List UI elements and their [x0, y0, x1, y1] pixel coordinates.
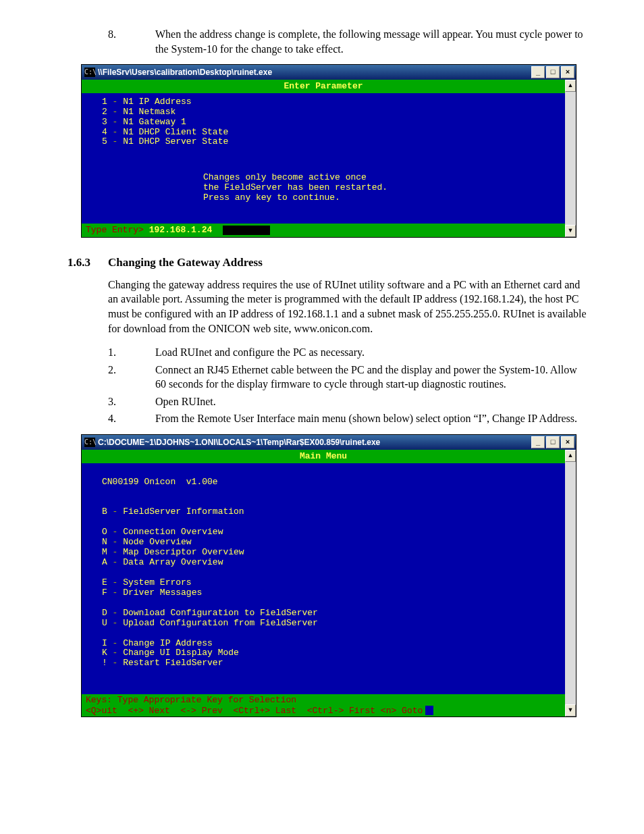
- menu-option[interactable]: D - Download Configuration to FieldServe…: [102, 608, 557, 619]
- menu-option[interactable]: M - Map Descriptor Overview: [102, 548, 557, 558]
- scroll-up-icon[interactable]: ▲: [565, 450, 576, 462]
- section-heading: 1.6.3 Changing the Gateway Address: [68, 255, 590, 271]
- menu-option[interactable]: ! - Restart FieldServer: [102, 658, 557, 669]
- section-title: Changing the Gateway Address: [108, 255, 263, 271]
- step-text: Load RUInet and configure the PC as nece…: [155, 345, 590, 360]
- step-number: 4.: [68, 411, 155, 426]
- footer-line-1: Keys: Type Appropriate Key for Selection: [86, 695, 296, 705]
- window-title: C:\DOCUME~1\DJOHNS~1.ONI\LOCALS~1\Temp\R…: [98, 437, 531, 448]
- version-line: CN00199 Onicon v1.00e: [102, 477, 218, 487]
- menu-option[interactable]: O - Connection Overview: [102, 527, 557, 538]
- entry-bar[interactable]: Type Entry> 192.168.1.24: [82, 224, 565, 237]
- menu-option[interactable]: U - Upload Configuration from FieldServe…: [102, 619, 557, 629]
- step-number: 2.: [68, 363, 155, 392]
- title-bar: C:\ C:\DOCUME~1\DJOHNS~1.ONI\LOCALS~1\Te…: [82, 435, 576, 450]
- scroll-up-icon[interactable]: ▲: [565, 80, 576, 92]
- console-window-enter-parameter: C:\ \\FileSrv\Users\calibration\Desktop\…: [81, 64, 576, 238]
- step-number: 1.: [68, 345, 155, 360]
- section-number: 1.6.3: [68, 255, 108, 271]
- step-text: Open RUInet.: [155, 394, 590, 409]
- numbered-step: 4. From the Remote User Interface main m…: [68, 411, 590, 426]
- scrollbar[interactable]: ▲ ▼: [565, 80, 576, 237]
- numbered-step: 3. Open RUInet.: [68, 394, 590, 409]
- step-text: When the address change is complete, the…: [155, 27, 590, 56]
- cmd-icon: C:\: [84, 438, 95, 447]
- numbered-step: 1. Load RUInet and configure the PC as n…: [68, 345, 590, 360]
- maximize-button[interactable]: □: [546, 436, 560, 448]
- numbered-step: 2. Connect an RJ45 Ethernet cable betwee…: [68, 363, 590, 392]
- menu-option[interactable]: B - FieldServer Information: [102, 507, 557, 517]
- cursor-icon: [223, 226, 270, 235]
- minimize-button[interactable]: _: [531, 436, 545, 448]
- entry-label: Type Entry>: [86, 225, 149, 235]
- maximize-button[interactable]: □: [546, 66, 560, 78]
- param-option[interactable]: 2 - N1 Netmask: [102, 107, 557, 118]
- menu-option[interactable]: F - Driver Messages: [102, 588, 557, 598]
- step-text: From the Remote User Interface main menu…: [155, 411, 590, 426]
- footer-line-2: <Q>uit <+> Next <-> Prev <Ctrl+> Last <C…: [86, 706, 423, 716]
- minimize-button[interactable]: _: [531, 66, 545, 78]
- footer-keys: Keys: Type Appropriate Key for Selection…: [82, 694, 565, 716]
- console-header: Enter Parameter: [82, 80, 565, 93]
- menu-option[interactable]: N - Node Overview: [102, 538, 557, 548]
- scroll-track[interactable]: [565, 462, 576, 704]
- restart-message: Changes only become active once the Fiel…: [82, 153, 565, 224]
- parameter-options: 1 - N1 IP Address2 - N1 Netmask3 - N1 Ga…: [82, 93, 565, 153]
- window-title: \\FileSrv\Users\calibration\Desktop\ruin…: [98, 67, 531, 78]
- scroll-track[interactable]: [565, 92, 576, 225]
- scroll-down-icon[interactable]: ▼: [565, 704, 576, 716]
- console-header: Main Menu: [82, 450, 565, 463]
- cmd-icon: C:\: [84, 68, 95, 77]
- entry-value: 192.168.1.24: [149, 225, 213, 235]
- main-menu-body: CN00199 Onicon v1.00e B - FieldServer In…: [82, 463, 565, 695]
- scrollbar[interactable]: ▲ ▼: [565, 450, 576, 716]
- close-button[interactable]: ×: [561, 66, 574, 78]
- menu-option[interactable]: I - Change IP Address: [102, 639, 557, 649]
- param-option[interactable]: 1 - N1 IP Address: [102, 97, 557, 107]
- step-number: 3.: [68, 394, 155, 409]
- section-paragraph: Changing the gateway address requires th…: [108, 278, 590, 336]
- param-option[interactable]: 4 - N1 DHCP Client State: [102, 128, 557, 138]
- step-8: 8. When the address change is complete, …: [68, 27, 590, 56]
- menu-option[interactable]: A - Data Array Overview: [102, 558, 557, 568]
- param-option[interactable]: 3 - N1 Gateway 1: [102, 118, 557, 128]
- step-text: Connect an RJ45 Ethernet cable between t…: [155, 363, 590, 392]
- menu-option[interactable]: K - Change UI Display Mode: [102, 648, 557, 658]
- scroll-down-icon[interactable]: ▼: [565, 225, 576, 237]
- step-number: 8.: [68, 27, 155, 56]
- cursor-icon: [425, 706, 433, 715]
- title-bar: C:\ \\FileSrv\Users\calibration\Desktop\…: [82, 65, 576, 80]
- menu-option[interactable]: E - System Errors: [102, 578, 557, 588]
- close-button[interactable]: ×: [561, 436, 574, 448]
- console-window-main-menu: C:\ C:\DOCUME~1\DJOHNS~1.ONI\LOCALS~1\Te…: [81, 434, 576, 717]
- param-option[interactable]: 5 - N1 DHCP Server State: [102, 137, 557, 147]
